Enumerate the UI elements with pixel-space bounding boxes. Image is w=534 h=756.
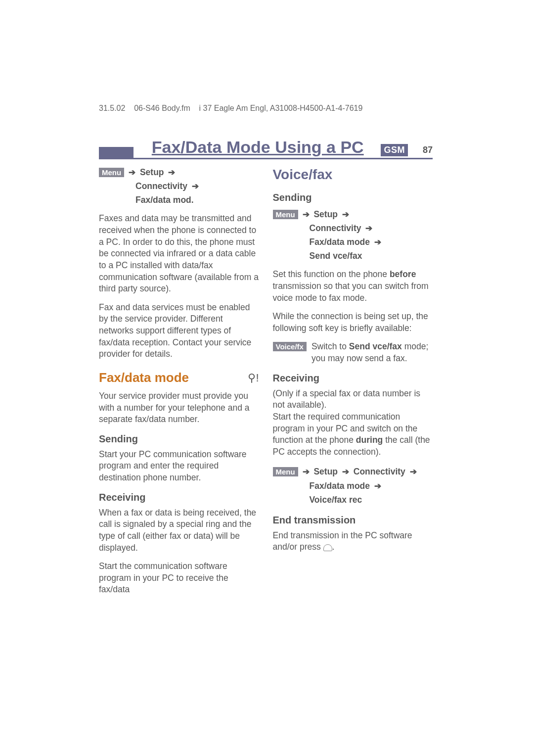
nav-path-left: Menu ➔ Setup ➔ Connectivity ➔ Fax/data m…	[99, 165, 259, 207]
page-title: Fax/Data Mode Using a PC	[138, 138, 377, 157]
text-bold: during	[356, 435, 383, 445]
nav-path-right2: Menu ➔ Setup ➔ Connectivity ➔ Fax/data m…	[273, 465, 433, 506]
end-call-icon	[323, 544, 332, 551]
subheading-sending: Sending	[273, 191, 433, 204]
subheading-receiving: Receiving	[273, 372, 433, 385]
arrow-icon: ➔	[303, 467, 310, 476]
nav-connectivity: Connectivity	[310, 223, 361, 233]
menu-badge: Menu	[273, 467, 298, 476]
header-code: A31008-H4500-A1-4-7619	[270, 104, 363, 112]
arrow-icon: ➔	[365, 224, 372, 233]
body-text: When a fax or data is being received, th…	[99, 507, 259, 554]
right-column: Voice/fax Sending Menu ➔ Setup ➔ Connect…	[273, 165, 433, 603]
voicefx-row: Voice/fx Switch to Send vce/fax mode; yo…	[273, 341, 433, 364]
voicefx-badge: Voice/fx	[273, 342, 307, 351]
nav-faxmode: Fax/data mode	[310, 481, 370, 491]
text-part: transmission so that you can switch from…	[273, 281, 429, 303]
arrow-icon: ➔	[129, 168, 135, 177]
text-part: End transmission in the PC software and/…	[273, 530, 412, 552]
arrow-icon: ➔	[303, 210, 310, 219]
page-number: 87	[423, 145, 433, 155]
header-part: i 37	[199, 104, 212, 112]
body-text: Fax and data services must be enabled by…	[99, 302, 259, 360]
header-file: 06-S46 Body.fm	[134, 104, 190, 112]
arrow-icon: ➔	[374, 237, 381, 247]
nav-connectivity: Connectivity	[354, 467, 405, 476]
text-part: Switch to	[312, 341, 349, 351]
arrow-icon: ➔	[410, 467, 417, 476]
subheading-end: End transmission	[273, 514, 433, 527]
text-bold: before	[390, 269, 416, 279]
body-text: End transmission in the PC software and/…	[273, 530, 433, 553]
body-text: Start the required communication program…	[273, 411, 433, 458]
voicefx-desc: Switch to Send vce/fax mode; you may now…	[312, 341, 433, 364]
header-date: 31.5.02	[99, 104, 125, 112]
nav-voicefaxrec: Voice/fax rec	[310, 495, 362, 505]
body-text: Your service provider must provide you w…	[99, 390, 259, 425]
nav-sendvce: Send vce/fax	[310, 251, 362, 261]
nav-setup: Setup	[313, 467, 338, 476]
nav-path-right1: Menu ➔ Setup ➔ Connectivity ➔ Fax/data m…	[273, 207, 433, 263]
heading-voicefax: Voice/fax	[273, 165, 433, 184]
body-text: Start the communication software program…	[99, 561, 259, 596]
title-bar: Fax/Data Mode Using a PC GSM 87	[99, 138, 433, 159]
text-part: Set this function on the phone	[273, 269, 390, 279]
header-metadata: 31.5.02 06-S46 Body.fm i 37 Eagle Am Eng…	[99, 104, 433, 113]
body-text: (Only if a special fax or data number is…	[273, 388, 433, 411]
content-columns: Menu ➔ Setup ➔ Connectivity ➔ Fax/data m…	[99, 165, 433, 603]
arrow-icon: ➔	[168, 168, 175, 177]
arrow-icon: ➔	[342, 467, 349, 476]
heading-text: Fax/data mode	[99, 369, 189, 386]
nav-faxdata: Fax/data mod.	[135, 195, 194, 205]
menu-badge: Menu	[99, 168, 124, 177]
nav-connectivity: Connectivity	[135, 181, 187, 191]
text-bold: Send vce/fax	[349, 341, 402, 351]
title-accent-block	[99, 147, 134, 158]
nav-setup: Setup	[140, 167, 164, 177]
gsm-badge: GSM	[381, 144, 408, 156]
menu-badge: Menu	[273, 210, 298, 219]
arrow-icon: ➔	[374, 481, 381, 491]
subheading-sending: Sending	[99, 432, 259, 446]
header-product: Eagle Am Engl,	[214, 104, 268, 112]
arrow-icon: ➔	[192, 182, 199, 191]
heading-faxdata-mode: Fax/data mode ⚲!	[99, 369, 259, 386]
body-text: Set this function on the phone before tr…	[273, 269, 433, 304]
left-column: Menu ➔ Setup ➔ Connectivity ➔ Fax/data m…	[99, 165, 259, 603]
nav-faxmode: Fax/data mode	[310, 237, 370, 247]
body-text: Start your PC communication software pro…	[99, 449, 259, 484]
body-text: While the connection is being set up, th…	[273, 311, 433, 334]
nav-setup: Setup	[313, 209, 338, 219]
arrow-icon: ➔	[342, 210, 349, 219]
body-text: Faxes and data may be transmitted and re…	[99, 213, 259, 294]
page-content: 31.5.02 06-S46 Body.fm i 37 Eagle Am Eng…	[0, 0, 534, 603]
provider-icon: ⚲!	[248, 371, 259, 385]
text-part: .	[332, 542, 335, 552]
subheading-receiving: Receiving	[99, 491, 259, 504]
